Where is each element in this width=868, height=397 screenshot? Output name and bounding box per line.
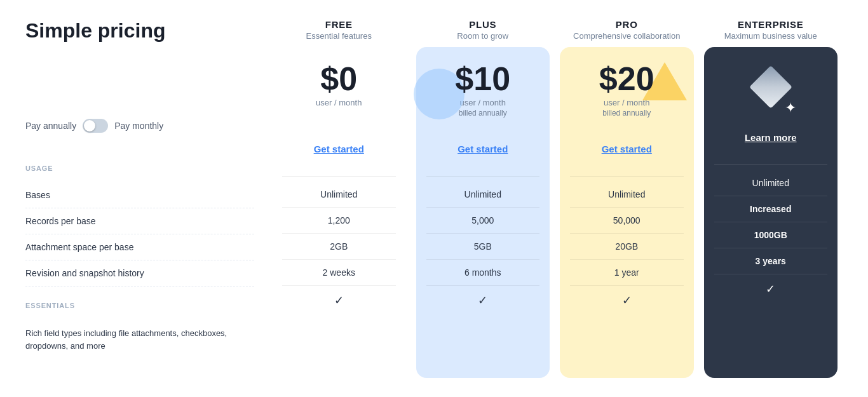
plan-card-free: $0 user / month Get started Unlimited 1,… — [272, 47, 406, 378]
essentials-rich-fields: Rich field types including file attachme… — [25, 320, 254, 360]
plan-name-enterprise: ENTERPRISE — [704, 19, 838, 30]
val-plus-records: 5,000 — [426, 208, 540, 234]
check-free-essentials: ✓ — [282, 286, 396, 315]
feature-revision: Revision and snapshot history — [25, 260, 254, 286]
toggle-thumb — [84, 120, 95, 131]
feature-attachment: Attachment space per base — [25, 234, 254, 260]
val-free-records: 1,200 — [282, 208, 396, 234]
essentials-section: ESSENTIALS Rich field types including fi… — [25, 302, 254, 360]
plan-col-pro: PRO Comprehensive collaboration $20 user… — [555, 19, 699, 378]
annual-label: Pay annually — [25, 121, 76, 131]
period-free: user / month — [282, 98, 396, 107]
billed-pro: billed annually — [570, 109, 684, 118]
feature-bases: Bases — [25, 182, 254, 208]
plan-col-plus: PLUS Room to grow $10 user / month bille… — [411, 19, 555, 378]
divider-plus — [426, 176, 540, 177]
billing-toggle-switch[interactable] — [83, 119, 108, 133]
check-plus-essentials: ✓ — [426, 286, 540, 315]
plan-subtitle-free: Essential features — [272, 31, 406, 41]
plan-card-enterprise: ✦ Learn more Unlimited Increased 1000GB … — [704, 47, 838, 378]
main-container: Simple pricing Pay annually Pay monthly … — [0, 0, 868, 397]
val-plus-attachment: 5GB — [426, 234, 540, 260]
val-free-attachment: 2GB — [282, 234, 396, 260]
cta-pro[interactable]: Get started — [570, 137, 684, 161]
cta-free[interactable]: Get started — [282, 137, 396, 161]
enterprise-icon-area: ✦ — [714, 62, 828, 119]
plan-name-free: FREE — [272, 19, 406, 30]
plan-name-pro: PRO — [560, 19, 694, 30]
essentials-section-label: ESSENTIALS — [25, 302, 254, 309]
plan-header-pro: PRO Comprehensive collaboration — [560, 19, 694, 47]
val-enterprise-attachment: 1000GB — [714, 222, 828, 248]
monthly-label: Pay monthly — [114, 121, 163, 131]
val-enterprise-revision: 3 years — [714, 248, 828, 274]
plan-subtitle-pro: Comprehensive collaboration — [560, 31, 694, 41]
price-area-pro: $20 user / month billed annually — [570, 62, 684, 126]
price-pro: $20 — [570, 62, 684, 95]
plan-header-free: FREE Essential features — [272, 19, 406, 47]
val-enterprise-records: Increased — [714, 196, 828, 222]
plan-header-enterprise: ENTERPRISE Maximum business value — [704, 19, 838, 47]
plans-area: FREE Essential features $0 user / month … — [267, 19, 843, 378]
plan-subtitle-plus: Room to grow — [416, 31, 550, 41]
check-pro-essentials: ✓ — [570, 286, 684, 315]
plan-subtitle-enterprise: Maximum business value — [704, 31, 838, 41]
plan-header-plus: PLUS Room to grow — [416, 19, 550, 47]
billing-toggle: Pay annually Pay monthly — [25, 119, 254, 133]
val-enterprise-bases: Unlimited — [714, 170, 828, 196]
price-area-free: $0 user / month — [282, 62, 396, 126]
usage-section-label: USAGE — [25, 165, 254, 172]
val-pro-revision: 1 year — [570, 260, 684, 286]
price-plus: $10 — [426, 62, 540, 95]
check-enterprise-essentials: ✓ — [714, 274, 828, 304]
plan-card-pro: $20 user / month billed annually Get sta… — [560, 47, 694, 378]
cta-plus[interactable]: Get started — [426, 137, 540, 161]
plan-col-enterprise: ENTERPRISE Maximum business value ✦ Lear… — [699, 19, 843, 378]
val-plus-revision: 6 months — [426, 260, 540, 286]
price-area-plus: $10 user / month billed annually — [426, 62, 540, 126]
val-pro-records: 50,000 — [570, 208, 684, 234]
divider-enterprise — [714, 165, 828, 165]
divider-free — [282, 176, 396, 177]
val-free-revision: 2 weeks — [282, 260, 396, 286]
plan-col-free: FREE Essential features $0 user / month … — [267, 19, 411, 378]
cta-enterprise[interactable]: Learn more — [714, 126, 828, 149]
val-plus-bases: Unlimited — [426, 182, 540, 208]
sparkle-icon: ✦ — [785, 100, 796, 116]
left-panel: Simple pricing Pay annually Pay monthly … — [25, 19, 267, 378]
usage-section: USAGE Bases Records per base Attachment … — [25, 165, 254, 286]
feature-records: Records per base — [25, 208, 254, 234]
plan-card-plus: $10 user / month billed annually Get sta… — [416, 47, 550, 378]
divider-pro — [570, 176, 684, 177]
plan-name-plus: PLUS — [416, 19, 550, 30]
price-free: $0 — [282, 62, 396, 95]
page-title: Simple pricing — [25, 19, 254, 43]
val-pro-bases: Unlimited — [570, 182, 684, 208]
val-free-bases: Unlimited — [282, 182, 396, 208]
val-pro-attachment: 20GB — [570, 234, 684, 260]
